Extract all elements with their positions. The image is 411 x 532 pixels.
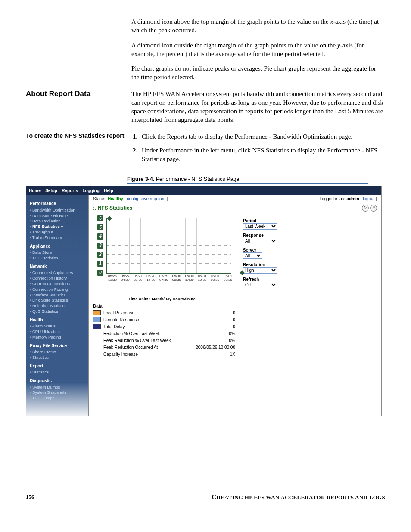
x-axis-units-label: Time Units : Month/Day Hour:Minute <box>93 297 231 301</box>
y-tick: 6 <box>97 215 103 221</box>
sidebar-group-network: Network <box>30 264 86 270</box>
sidebar-item[interactable]: Link State Statistics <box>30 298 86 303</box>
nav-home[interactable]: Home <box>29 188 41 193</box>
refresh-icon[interactable]: ↻ <box>362 205 369 212</box>
legend-swatch <box>93 317 101 322</box>
y-tick: 5 <box>97 224 103 230</box>
y-tick: 1 <box>97 261 103 267</box>
config-save-link[interactable]: config save required <box>127 196 165 201</box>
steps-list: Click the Reports tab to display the Per… <box>131 132 385 164</box>
y-tick: 2 <box>97 252 103 258</box>
sidebar-group-proxy-file-service: Proxy File Service <box>30 343 86 349</box>
data-row: Remote Response0 <box>93 316 235 323</box>
nav-reports[interactable]: Reports <box>62 188 78 193</box>
sidebar-item[interactable]: NFS Statistics « <box>30 224 86 230</box>
sidebar-item[interactable]: Interface Statistics <box>30 292 86 298</box>
top-nav-bar: Home : Setup : Reports : Logging : Help <box>26 186 381 195</box>
legend-swatch <box>93 310 101 315</box>
sidebar-item[interactable]: Current Connections <box>30 281 86 287</box>
sidebar-group-diagnostic: Diagnostic <box>30 378 86 384</box>
sidebar-group-performance: Performance <box>30 201 86 207</box>
sidebar-group-health: Health <box>30 317 86 323</box>
legend-swatch <box>93 324 101 329</box>
select-response[interactable]: All <box>243 238 277 244</box>
x-tick: 05/2907:30 <box>157 274 170 282</box>
nav-logging[interactable]: Logging <box>82 188 99 193</box>
select-server[interactable]: All <box>243 252 262 259</box>
sidebar-item[interactable]: Connected Appliances <box>30 270 86 276</box>
print-icon[interactable]: ⎙ <box>370 205 377 212</box>
sidebar-item[interactable]: System Snapshots <box>30 390 86 395</box>
sidebar-item[interactable]: Data Store <box>30 250 86 255</box>
heading-create-nfs: To create the NFS Statistics report <box>26 132 127 139</box>
step-1: Click the Reports tab to display the Per… <box>139 132 385 141</box>
x-tick: 06/0120:30 <box>221 274 234 282</box>
page-number: 156 <box>26 494 127 501</box>
select-period[interactable]: Last Week <box>243 223 277 230</box>
sidebar-item[interactable]: Alarm Status <box>30 324 86 329</box>
sidebar-item[interactable]: Throughput <box>30 230 86 235</box>
x-tick: 05/3110:30 <box>196 274 209 282</box>
control-label-server: Server <box>243 248 277 252</box>
nav-setup[interactable]: Setup <box>45 188 57 193</box>
para-diamond-x: A diamond icon above the top margin of t… <box>131 17 385 35</box>
sidebar-item[interactable]: TCP Dumps <box>30 395 86 401</box>
sidebar-item[interactable]: Neighbor Statistics <box>30 303 86 309</box>
page-footer: 156 CREATING HP EFS WAN ACCELERATOR REPO… <box>26 494 385 501</box>
control-label-response: Response <box>243 233 277 238</box>
status-value: Healthy <box>108 196 123 201</box>
nfs-stats-chart: 0123456 05/2611:3005/2704:3005/2721:3005… <box>97 218 231 283</box>
left-sidebar[interactable]: PerformanceBandwidth OptimizationData St… <box>26 195 89 416</box>
heading-about-report-data: About Report Data <box>26 90 127 98</box>
sidebar-item[interactable]: Data Reduction <box>30 218 86 224</box>
chart-controls: PeriodLast WeekResponseAllServerAllResol… <box>243 218 277 358</box>
sidebar-item[interactable]: Connection History <box>30 276 86 281</box>
sidebar-group-appliance: Appliance <box>30 243 86 249</box>
sidebar-item[interactable]: Statistics <box>30 355 86 361</box>
nav-help[interactable]: Help <box>104 188 113 193</box>
sidebar-item[interactable]: Statistics <box>30 370 86 375</box>
logout-link[interactable]: logout <box>363 196 374 201</box>
sidebar-item[interactable]: Bandwidth Optimization <box>30 208 86 213</box>
x-tick: 06/0103:30 <box>209 274 221 282</box>
data-row: Peak Reduction % Over Last Week0% <box>93 337 235 344</box>
select-refresh[interactable]: Off <box>243 282 277 288</box>
para-about: The HP EFS WAN Accelerator system polls … <box>131 90 385 124</box>
data-row: Capacity Increase1X <box>93 351 235 358</box>
footer-title: CREATING HP EFS WAN ACCELERATOR REPORTS … <box>127 494 385 501</box>
figure-screenshot: Home : Setup : Reports : Logging : Help … <box>26 186 382 416</box>
logged-in-text: Logged in as: admin [ logout ] <box>320 196 377 201</box>
y-tick: 4 <box>97 233 103 240</box>
x-tick: 05/3017:30 <box>183 274 196 282</box>
step-2: Under Performance in the left menu, clic… <box>139 146 385 164</box>
data-row: Reduction % Over Last Week0% <box>93 330 235 337</box>
top-nav[interactable]: Home : Setup : Reports : Logging : Help <box>29 188 113 193</box>
control-label-period: Period <box>243 218 277 223</box>
data-row: Total Delay0 <box>93 323 235 330</box>
control-label-resolution: Resolution <box>243 262 277 267</box>
x-tick: 05/2611:30 <box>106 274 119 282</box>
page-action-icons[interactable]: ↻⎙ <box>361 205 377 212</box>
peak-diamond-icon <box>107 216 112 221</box>
sidebar-item[interactable]: Data Store Hit Rate <box>30 213 86 219</box>
sidebar-item[interactable]: QoS Statistics <box>30 309 86 314</box>
sidebar-item[interactable]: TCP Statistics <box>30 255 86 261</box>
sidebar-item[interactable]: Connection Pooling <box>30 287 86 292</box>
sidebar-item[interactable]: System Dumps <box>30 385 86 390</box>
x-tick: 05/2814:30 <box>144 274 157 282</box>
x-tick: 05/3000:30 <box>170 274 183 282</box>
sidebar-item[interactable]: Traffic Summary <box>30 235 86 241</box>
data-table: Data Local Response0Remote Response0Tota… <box>93 304 235 358</box>
select-resolution[interactable]: High <box>243 267 277 274</box>
y-tick: 0 <box>97 270 103 276</box>
sidebar-item[interactable]: CPU Utilization <box>30 329 86 335</box>
content-area: Status: Healthy [ config save required ]… <box>89 195 381 416</box>
sidebar-group-export: Export <box>30 363 86 369</box>
sidebar-item[interactable]: Share Status <box>30 349 86 355</box>
control-label-refresh: Refresh <box>243 277 277 282</box>
x-tick: 05/2704:30 <box>119 274 132 282</box>
data-row: Local Response0 <box>93 309 235 316</box>
sidebar-item[interactable]: Memory Paging <box>30 335 86 340</box>
data-row: Peak Reduction Occurred At2006/05/26 12:… <box>93 344 235 351</box>
x-tick: 05/2721:30 <box>132 274 145 282</box>
